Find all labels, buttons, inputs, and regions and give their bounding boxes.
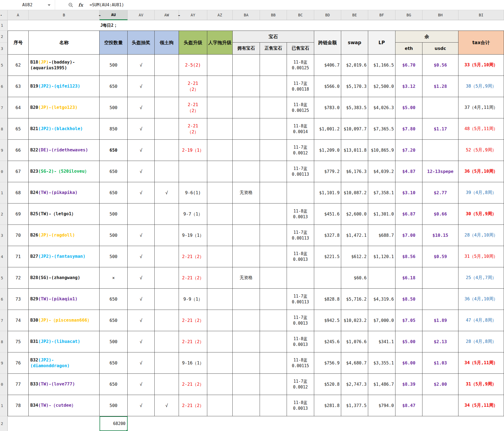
cell-helmet-upgrade[interactable]: 2-21（2）	[179, 331, 207, 352]
cell-swap[interactable]: $6,176.3	[341, 161, 368, 182]
cell-gem-sold[interactable]: 11-8蓝 0.00115	[287, 352, 314, 374]
cell-airdrop[interactable]: 500	[100, 55, 128, 76]
cell-swap[interactable]: $1,377.5	[341, 395, 368, 416]
cell-usdc[interactable]: $10.15	[422, 225, 458, 246]
cell-seq[interactable]: 68	[8, 182, 29, 203]
cell-flipflop-upgrade[interactable]	[207, 118, 233, 140]
cell-swap[interactable]: $5,170.3	[341, 76, 368, 97]
fx-button[interactable]: fx	[78, 2, 83, 8]
cell-helmet-upgrade[interactable]: 2-21（2）	[179, 374, 207, 395]
column-header-AW[interactable]: AW	[155, 10, 179, 20]
header-swap[interactable]: swap	[341, 31, 368, 55]
column-header-A[interactable]: A	[8, 10, 29, 20]
cell-bridge-amount[interactable]: $451.6	[314, 203, 341, 225]
row-number[interactable]: 7	[0, 97, 8, 118]
cell-bridge-amount[interactable]: $756.9	[314, 352, 341, 374]
cell-helmet-upgrade[interactable]: 2-21 （2）	[179, 97, 207, 118]
cell-eth[interactable]: $6.87	[395, 203, 422, 225]
cell-tax[interactable]: 36（4月,10周）	[458, 289, 504, 310]
cell-gem-sold[interactable]: 11-7蓝 0.0012	[287, 140, 314, 161]
cell-gem-owned[interactable]	[233, 395, 260, 416]
header-gem-sold[interactable]: 已售宝石	[287, 43, 314, 55]
cell-helmet-lottery[interactable]: √	[128, 331, 155, 352]
cell-lp[interactable]: $1,486.7	[368, 374, 395, 395]
cell-flipflop-upgrade[interactable]	[207, 182, 233, 203]
header-usdc[interactable]: usdc	[422, 43, 458, 55]
cell-airdrop[interactable]: 650	[100, 310, 128, 331]
column-header-AV[interactable]: AV	[128, 10, 155, 20]
row-number[interactable]: 7	[0, 310, 8, 331]
cell-swap[interactable]: $5,383.5	[341, 97, 368, 118]
cell-seq[interactable]: 66	[8, 140, 29, 161]
cell-bridge-amount[interactable]: $520.8	[314, 374, 341, 395]
cell-eth[interactable]: $7.00	[395, 225, 422, 246]
cell-flipflop-upgrade[interactable]	[207, 352, 233, 374]
cell-bridge-amount[interactable]: $828.8	[314, 289, 341, 310]
cell-bridge-amount[interactable]: $566.0	[314, 76, 341, 97]
cell-gem-sold[interactable]: 11-8蓝 0.0013	[287, 203, 314, 225]
cell-bridge-amount[interactable]: $281.8	[314, 395, 341, 416]
cell-flipflop-upgrade[interactable]	[207, 55, 233, 76]
cell-name[interactable]: B30(JP)-（piscesman666）	[29, 310, 100, 331]
cell-usdc[interactable]: $1.03	[422, 352, 458, 374]
cell-gem-selling[interactable]	[260, 225, 287, 246]
cell-helmet-lottery[interactable]: √	[128, 140, 155, 161]
row-number[interactable]: 2	[0, 203, 8, 225]
header-name[interactable]: 名称	[29, 31, 100, 55]
cell-tax[interactable]: 33（5月,10周）	[458, 55, 504, 76]
row-number[interactable]: 3	[0, 43, 8, 55]
cell-name[interactable]: B23(SG-2)-（520iloveu）	[29, 161, 100, 182]
header-airdrop-qty[interactable]: 空投数量	[100, 31, 128, 55]
cell-lp[interactable]: $4,039.2	[368, 161, 395, 182]
cell-bridge-amount[interactable]: $1,101.9	[314, 182, 341, 203]
cell-eth[interactable]: $7.05	[395, 310, 422, 331]
cell-gem-selling[interactable]	[260, 76, 287, 97]
cell-seq[interactable]: 65	[8, 118, 29, 140]
column-header-BB[interactable]: BB	[260, 10, 287, 20]
cell-territory-dog[interactable]	[155, 140, 179, 161]
cell-swap[interactable]: $2,600.0	[341, 203, 368, 225]
cell-airdrop[interactable]: ×	[100, 267, 128, 289]
cell-territory-dog[interactable]: √	[155, 182, 179, 203]
row-number[interactable]: 6	[0, 289, 8, 310]
cell-seq[interactable]: 78	[8, 395, 29, 416]
formula-input[interactable]: =SUM(AU4:AU81)	[89, 2, 124, 7]
cell-gem-owned[interactable]	[233, 289, 260, 310]
cell-eth[interactable]: $5.00	[395, 331, 422, 352]
cell-territory-dog[interactable]	[155, 118, 179, 140]
cell-flipflop-upgrade[interactable]	[207, 97, 233, 118]
cell-gem-selling[interactable]	[260, 118, 287, 140]
cell-seq[interactable]: 75	[8, 331, 29, 352]
cell-lp[interactable]: $4,319.6	[368, 289, 395, 310]
cell-gem-owned[interactable]	[233, 203, 260, 225]
cell-lp[interactable]: $3,355.1	[368, 352, 395, 374]
cell-name[interactable]: B19(JP2)-(qifei123)	[29, 76, 100, 97]
cell-eth[interactable]: $4.87	[395, 161, 422, 182]
cell-airdrop[interactable]: 650	[100, 140, 128, 161]
cell-usdc[interactable]: $0.56	[422, 55, 458, 76]
header-tax-total[interactable]: tax合计	[458, 31, 504, 55]
cell-gem-owned[interactable]	[233, 352, 260, 374]
empty-cell[interactable]	[8, 416, 29, 431]
fill-handle-icon[interactable]	[126, 430, 128, 431]
cell-usdc[interactable]: $2.00	[422, 374, 458, 395]
cell-territory-dog[interactable]	[155, 331, 179, 352]
cell-tax[interactable]: 39（4月,8周）	[458, 182, 504, 203]
cell-swap[interactable]: $5,716.2	[341, 289, 368, 310]
cell-airdrop[interactable]: 650	[100, 374, 128, 395]
cell-lp[interactable]: $341.1	[368, 331, 395, 352]
header-flipflop-upgrade[interactable]: 人字拖升级	[207, 31, 233, 55]
cell-helmet-upgrade[interactable]: 2-21（2）	[179, 395, 207, 416]
cell-gem-owned[interactable]	[233, 97, 260, 118]
cell-tax[interactable]: 34（5月,11周）	[458, 395, 504, 416]
cell-gem-sold[interactable]: 11-7蓝 0.00113	[287, 225, 314, 246]
cell-gem-sold[interactable]: 11-7蓝 0.00113	[287, 289, 314, 310]
cell-bridge-amount[interactable]: $1,209.0	[314, 140, 341, 161]
cell-gem-owned[interactable]	[233, 161, 260, 182]
header-territory-dog[interactable]: 领土狗	[155, 31, 179, 55]
cell-usdc[interactable]: $0.59	[422, 246, 458, 267]
row-number[interactable]: 2	[0, 416, 8, 431]
header-gem[interactable]: 宝石	[233, 31, 314, 43]
cell-gem-sold[interactable]: 11-8蓝 0.0013	[287, 246, 314, 267]
row-number[interactable]: 0	[0, 374, 8, 395]
